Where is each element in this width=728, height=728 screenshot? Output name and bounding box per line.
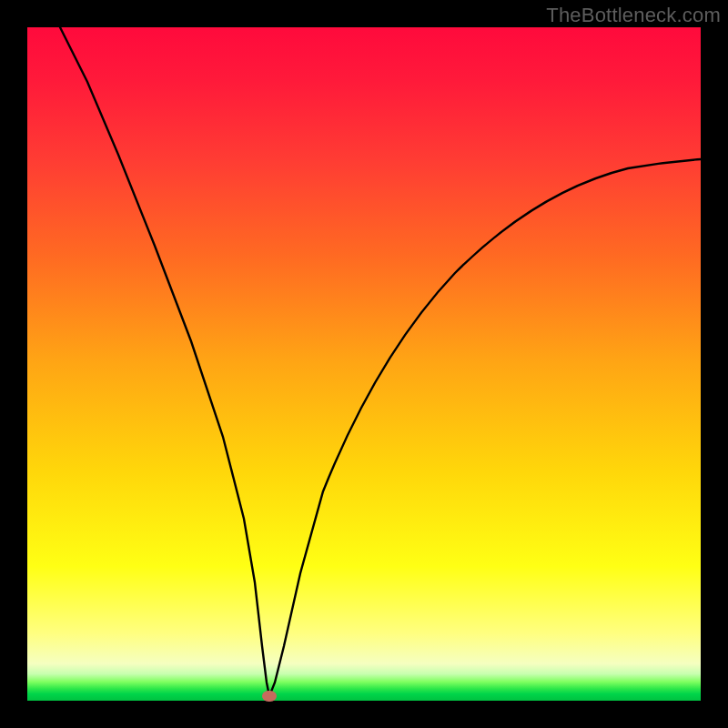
chart-frame: TheBottleneck.com (0, 0, 728, 728)
watermark-text: TheBottleneck.com (546, 4, 721, 27)
curve-path (60, 27, 701, 696)
plot-area (27, 27, 701, 701)
bottleneck-curve (27, 27, 701, 701)
minimum-marker (262, 691, 277, 702)
